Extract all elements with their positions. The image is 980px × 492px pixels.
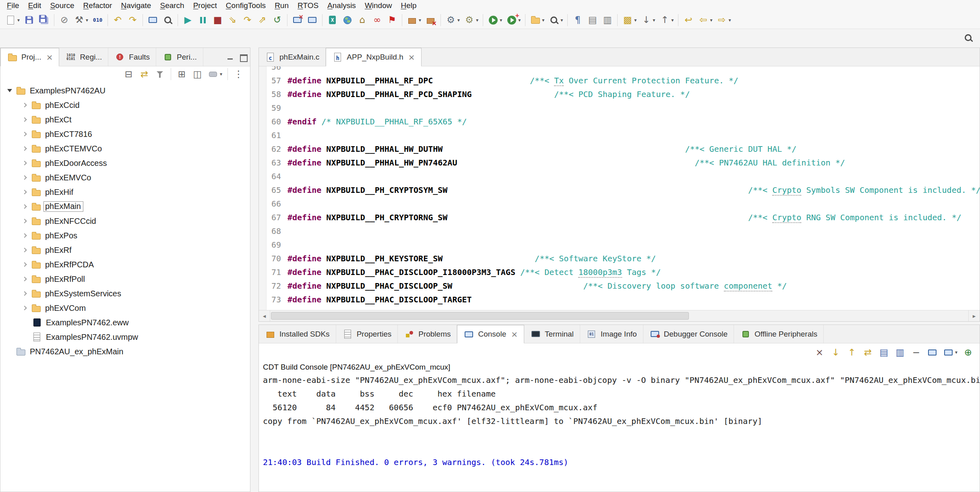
close-tab-icon[interactable]: × (408, 52, 415, 62)
x-tool-button[interactable]: X (325, 12, 340, 28)
menu-source[interactable]: Source (45, 1, 79, 10)
clear-console-button[interactable]: × (812, 345, 827, 360)
code-viewport[interactable]: 5657#define NXPBUILD__PHHAL_RF_DPC /**< … (259, 66, 980, 310)
view-tab-console[interactable]: Console× (457, 325, 524, 343)
layout-columns-button[interactable]: ◫ (190, 66, 205, 82)
tree-item-phexct[interactable]: phExCt (0, 112, 250, 127)
step-into-button[interactable]: ⇘ (225, 12, 240, 28)
console-layout-button[interactable]: ▥ (893, 345, 908, 360)
flag-button[interactable]: ⚑ (385, 12, 399, 28)
skip-all-breakpoints-button[interactable]: ⊘ (57, 12, 72, 28)
tree-item-phexhif[interactable]: phExHif (0, 185, 250, 199)
remove-packages-button[interactable] (423, 12, 438, 28)
view-tab-problems[interactable]: Problems (398, 325, 457, 343)
tree-item-examplespn7462-uvmpw[interactable]: ExamplesPN7462.uvmpw (0, 330, 250, 344)
explorer-tab-proj[interactable]: Proj...× (0, 48, 59, 66)
tree-item-phexct7816[interactable]: phExCT7816 (0, 127, 250, 141)
doc-outline-button[interactable]: ▤ (585, 12, 600, 28)
collapsed-chevron-icon[interactable] (22, 233, 27, 238)
collapsed-chevron-icon[interactable] (22, 161, 27, 165)
close-tab-icon[interactable]: × (511, 329, 518, 339)
run-button[interactable]: ▾ (486, 12, 504, 28)
back-button[interactable]: ⇦▾ (696, 12, 714, 28)
word-wrap-button[interactable]: ▤ (877, 345, 891, 360)
collapsed-chevron-icon[interactable] (22, 204, 27, 209)
open-console-button[interactable] (145, 12, 160, 28)
menu-configtools[interactable]: ConfigTools (221, 1, 270, 10)
tree-item-phexvcom[interactable]: phExVCom (0, 301, 250, 315)
collapsed-chevron-icon[interactable] (22, 175, 27, 180)
tree-item-examplespn7462-eww[interactable]: ExamplesPN7462.eww (0, 315, 250, 330)
editor-tab-phexmain-c[interactable]: cphExMain.c (259, 48, 326, 66)
display-selected-console-button[interactable] (925, 345, 940, 360)
filter-button[interactable] (153, 66, 167, 82)
view-tab-properties[interactable]: Properties (336, 325, 398, 343)
build-button[interactable]: ⚒▾ (72, 12, 90, 28)
horizontal-scrollbar[interactable]: ◂ ▸ (259, 310, 980, 321)
scroll-up-button[interactable]: ↑ (844, 345, 859, 360)
tree-item-phexdooraccess[interactable]: phExDoorAccess (0, 156, 250, 170)
view-tab-debugger-console[interactable]: Debugger Console (643, 325, 734, 343)
scrollbar-thumb[interactable] (271, 312, 689, 320)
menu-edit[interactable]: Edit (24, 1, 46, 10)
collapsed-chevron-icon[interactable] (22, 132, 27, 136)
editor-tab-app-nxpbuild-h[interactable]: hAPP_NxpBuild.h× (326, 48, 421, 66)
next-annotation-button[interactable]: ↓▾ (639, 12, 657, 28)
mark-occurrences-button[interactable]: ▩▾ (620, 12, 639, 28)
quick-search-button[interactable] (963, 32, 974, 44)
link-console-button[interactable]: ⇄ (860, 345, 875, 360)
collapsed-chevron-icon[interactable] (22, 306, 27, 310)
maximize-view-button[interactable] (240, 54, 247, 60)
step-over-button[interactable]: ↷ (240, 12, 255, 28)
scroll-left-arrow[interactable]: ◂ (259, 310, 270, 321)
forward-button[interactable]: ⇨▾ (714, 12, 733, 28)
minimize-view-button[interactable] (227, 54, 234, 60)
debug-button[interactable]: ▾ (504, 12, 523, 28)
tree-item-phexsystemservices[interactable]: phExSystemServices (0, 286, 250, 301)
resume-button[interactable]: ▶ (180, 12, 195, 28)
config-tools-button[interactable]: ⚙▾ (443, 12, 462, 28)
menu-analysis[interactable]: Analysis (323, 1, 360, 10)
suspend-button[interactable] (195, 12, 210, 28)
links-button[interactable]: ∞ (370, 12, 385, 28)
collapsed-chevron-icon[interactable] (22, 277, 27, 281)
install-packages-button[interactable]: ▾ (405, 12, 423, 28)
collapsed-chevron-icon[interactable] (22, 190, 27, 194)
tree-item-phexrf[interactable]: phExRf (0, 243, 250, 257)
explorer-tab-regi[interactable]: 1010 0101Regi... (59, 48, 108, 66)
tree-item-pn7462au-ex-phexmain[interactable]: PN7462AU_ex_phExMain (0, 344, 250, 359)
explorer-tab-faults[interactable]: Faults (108, 48, 156, 66)
minimize-button[interactable]: − (909, 345, 924, 360)
link-with-editor-button[interactable]: ⇄ (137, 66, 152, 82)
scroll-down-button[interactable]: ↓ (828, 345, 843, 360)
restart-button[interactable]: ↺ (270, 12, 285, 28)
tree-item-phexnfcccid[interactable]: phExNFCCcid (0, 214, 250, 228)
collapsed-chevron-icon[interactable] (22, 103, 27, 107)
menu-help[interactable]: Help (396, 1, 421, 10)
menu-file[interactable]: File (2, 1, 24, 10)
last-edit-location-button[interactable]: ↩ (681, 12, 696, 28)
collapsed-chevron-icon[interactable] (22, 219, 27, 223)
step-return-button[interactable]: ⇗ (255, 12, 270, 28)
doc-sections-button[interactable]: ▥ (600, 12, 615, 28)
collapse-all-button[interactable]: ⊟ (121, 66, 136, 82)
view-tab-offline-peripherals[interactable]: Offline Peripherals (734, 325, 824, 343)
working-sets-button[interactable]: ▾ (206, 66, 224, 82)
prev-annotation-button[interactable]: ↑▾ (657, 12, 676, 28)
tree-item-phexccid[interactable]: phExCcid (0, 98, 250, 112)
tree-item-phexpos[interactable]: phExPos (0, 228, 250, 243)
new-button[interactable]: ▾ (3, 12, 22, 28)
home-button[interactable]: ⌂ (355, 12, 370, 28)
tree-item-examplespn7462au[interactable]: ExamplesPN7462AU (0, 83, 250, 98)
explorer-tab-peri[interactable]: Peri... (156, 48, 203, 66)
terminate-button[interactable]: ■ (210, 12, 225, 28)
menu-refactor[interactable]: Refactor (79, 1, 117, 10)
menu-rtos[interactable]: RTOS (293, 1, 323, 10)
expanded-arrow-icon[interactable] (7, 89, 12, 92)
build-binary-button[interactable]: 010 (90, 12, 105, 28)
show-whitespace-button[interactable]: ¶ (570, 12, 585, 28)
view-tab-installed-sdks[interactable]: Installed SDKs (259, 325, 336, 343)
scroll-right-arrow[interactable]: ▸ (968, 310, 980, 321)
tree-item-phexmain[interactable]: phExMain (0, 199, 250, 214)
menu-run[interactable]: Run (270, 1, 293, 10)
